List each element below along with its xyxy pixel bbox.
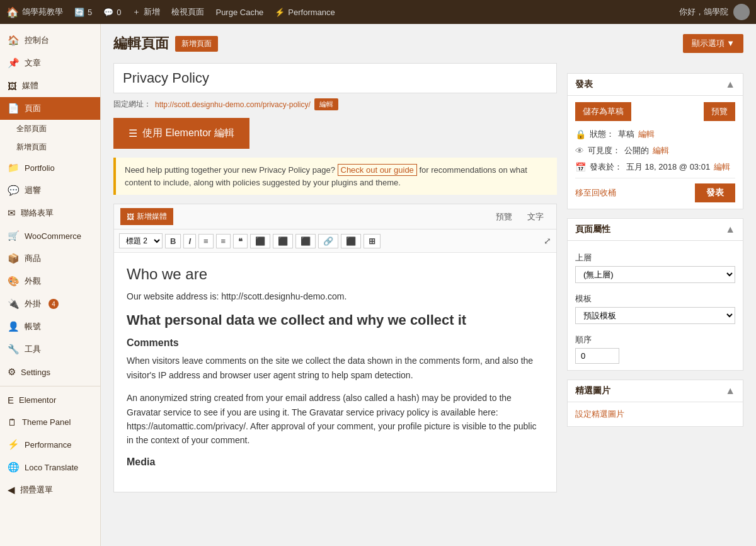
sidebar-item-label: 媒體 bbox=[22, 80, 38, 91]
preview-tab[interactable]: 預覽 bbox=[490, 209, 518, 225]
greeting-text: 你好，鴿學院 bbox=[679, 6, 728, 18]
align-left-button[interactable]: ⬛ bbox=[250, 234, 270, 248]
sidebar-item-plugins[interactable]: 🔌 外掛 4 bbox=[0, 293, 100, 315]
sidebar-item-contact[interactable]: ✉ 聯絡表單 bbox=[0, 202, 100, 224]
site-name: 鴿學苑教學 bbox=[22, 6, 63, 18]
elementor-edit-button[interactable]: ☰ 使用 Elementor 編輯 bbox=[113, 118, 249, 149]
align-center-button[interactable]: ⬛ bbox=[273, 234, 293, 248]
sidebar-item-dashboard[interactable]: 🏠 控制台 bbox=[0, 29, 100, 52]
blockquote-button[interactable]: ❝ bbox=[233, 234, 248, 248]
align-right-button[interactable]: ⬛ bbox=[295, 234, 316, 248]
sidebar-item-tools[interactable]: 🔧 工具 bbox=[0, 338, 100, 361]
status-edit-link[interactable]: 編輯 bbox=[638, 129, 655, 140]
comments-link[interactable]: 💬 0 bbox=[103, 8, 121, 17]
sidebar-item-all-pages[interactable]: 全部頁面 bbox=[9, 120, 100, 138]
sidebar-item-products[interactable]: 📦 商品 bbox=[0, 247, 100, 270]
expand-editor-button[interactable]: ⤢ bbox=[544, 236, 551, 246]
preview-button[interactable]: 預覽 bbox=[704, 102, 735, 121]
sidebar-item-label: 工具 bbox=[25, 344, 41, 355]
unordered-list-button[interactable]: ≡ bbox=[198, 234, 214, 248]
info-text-before: Need help putting together your new Priv… bbox=[125, 165, 335, 175]
sidebar-item-posts[interactable]: 📌 文章 bbox=[0, 52, 100, 74]
site-name-link[interactable]: 🏠 鴿學苑教學 bbox=[6, 6, 63, 18]
sidebar-item-elementor[interactable]: E Elementor bbox=[0, 389, 100, 411]
sidebar-item-label: Portfolio bbox=[25, 163, 55, 173]
sidebar-item-collapse[interactable]: ◀ 摺疊選單 bbox=[0, 479, 100, 501]
new-item-link[interactable]: ＋ 新增 bbox=[132, 6, 160, 18]
add-new-page-button[interactable]: 新增頁面 bbox=[175, 36, 218, 52]
format-select[interactable]: 標題 2 bbox=[119, 233, 163, 248]
date-label: 發表於： bbox=[590, 161, 622, 173]
add-media-icon: 🖼 bbox=[127, 212, 134, 221]
guide-link[interactable]: Check out our guide bbox=[338, 164, 417, 176]
sidebar-item-appearance[interactable]: 🎨 外觀 bbox=[0, 270, 100, 293]
editor-paragraph-3: An anonymized string created from your e… bbox=[127, 391, 544, 448]
pages-icon: 📄 bbox=[8, 103, 20, 114]
updates-link[interactable]: 🔄 5 bbox=[74, 8, 92, 17]
media-icon: 🖼 bbox=[8, 81, 17, 91]
date-icon: 📅 bbox=[575, 162, 586, 172]
view-page-link[interactable]: 檢視頁面 bbox=[171, 6, 204, 18]
sidebar-item-comments[interactable]: 💬 迴響 bbox=[0, 179, 100, 202]
elementor-edit-label: 使用 Elementor 編輯 bbox=[142, 127, 234, 140]
date-edit-link[interactable]: 編輯 bbox=[714, 161, 730, 173]
elementor-icon: E bbox=[8, 395, 14, 405]
italic-button[interactable]: I bbox=[183, 234, 196, 248]
sidebar-item-woocommerce[interactable]: 🛒 WooCommerce bbox=[0, 224, 100, 247]
purge-cache-link[interactable]: Purge Cache bbox=[215, 8, 263, 17]
editor-content[interactable]: Who we are Our website address is: http:… bbox=[114, 253, 556, 492]
permalink-edit-button[interactable]: 編輯 bbox=[314, 98, 338, 110]
elementor-edit-icon: ☰ bbox=[129, 127, 137, 139]
sidebar-item-pages[interactable]: 📄 頁面 bbox=[0, 97, 100, 120]
bold-button[interactable]: B bbox=[165, 234, 181, 248]
sidebar-item-performance[interactable]: ⚡ Performance bbox=[0, 433, 100, 456]
add-media-button[interactable]: 🖼 新增媒體 bbox=[120, 208, 173, 225]
visibility-icon: 👁 bbox=[575, 146, 584, 156]
set-featured-image-link[interactable]: 設定精選圖片 bbox=[575, 409, 624, 419]
page-attr-content: 上層 (無上層) 模板 預設模板 順序 bbox=[568, 241, 743, 370]
move-to-trash-button[interactable]: 移至回收桶 bbox=[575, 187, 616, 199]
updates-count: 5 bbox=[88, 8, 92, 17]
featured-img-collapse-icon[interactable]: ▲ bbox=[725, 385, 735, 397]
sidebar-item-theme-panel[interactable]: 🗒 Theme Panel bbox=[0, 411, 100, 433]
performance-link[interactable]: ⚡ Performance bbox=[275, 8, 335, 17]
sidebar-item-portfolio[interactable]: 📁 Portfolio bbox=[0, 156, 100, 179]
woo-icon: 🛒 bbox=[8, 230, 20, 241]
template-select[interactable]: 預設模板 bbox=[575, 307, 735, 324]
view-page-label: 檢視頁面 bbox=[171, 6, 204, 18]
page-attr-collapse-icon[interactable]: ▲ bbox=[725, 224, 735, 235]
text-tab[interactable]: 文字 bbox=[521, 209, 550, 225]
editor-paragraph-1: Our website address is: http://scott.des… bbox=[127, 289, 544, 303]
display-options-button[interactable]: 顯示選項 ▼ bbox=[683, 34, 743, 53]
more-button[interactable]: ⬛ bbox=[341, 234, 361, 248]
sidebar-item-users[interactable]: 👤 帳號 bbox=[0, 315, 100, 338]
permalink-url[interactable]: http://scott.designhu-demo.com/privacy-p… bbox=[155, 100, 311, 109]
visibility-edit-link[interactable]: 編輯 bbox=[653, 145, 669, 156]
sidebar-item-media[interactable]: 🖼 媒體 bbox=[0, 74, 100, 97]
ordered-list-button[interactable]: ≡ bbox=[216, 234, 231, 248]
link-button[interactable]: 🔗 bbox=[318, 234, 338, 248]
sidebar-item-new-page[interactable]: 新增頁面 bbox=[9, 138, 100, 156]
publish-button[interactable]: 發表 bbox=[695, 183, 735, 202]
editor-heading-4: Media bbox=[127, 456, 544, 468]
sidebar-item-label: WooCommerce bbox=[25, 231, 81, 241]
page-attr-box-header: 頁面屬性 ▲ bbox=[568, 219, 743, 241]
publish-collapse-icon[interactable]: ▲ bbox=[725, 79, 735, 90]
save-draft-button[interactable]: 儲存為草稿 bbox=[575, 102, 631, 121]
post-title-input[interactable] bbox=[113, 63, 557, 93]
sidebar-item-settings[interactable]: ⚙ Settings bbox=[0, 361, 100, 383]
sidebar-item-label: 迴響 bbox=[25, 185, 41, 196]
parent-label: 上層 bbox=[575, 252, 735, 264]
status-icon: 🔒 bbox=[575, 129, 586, 139]
status-label: 狀態： bbox=[590, 129, 614, 140]
order-input[interactable] bbox=[575, 348, 619, 364]
sidebar-item-label: 文章 bbox=[25, 57, 41, 69]
parent-select[interactable]: (無上層) bbox=[575, 266, 735, 283]
table-button[interactable]: ⊞ bbox=[364, 234, 381, 248]
plugins-badge: 4 bbox=[49, 299, 59, 309]
sidebar-item-loco-translate[interactable]: 🌐 Loco Translate bbox=[0, 456, 100, 479]
editor-top-bar: 🖼 新增媒體 預覽 文字 bbox=[114, 204, 556, 229]
sidebar-item-label: Loco Translate bbox=[25, 463, 78, 472]
page-attributes-meta-box: 頁面屬性 ▲ 上層 (無上層) 模板 預設模板 順序 bbox=[567, 218, 743, 371]
publish-box-content: 儲存為草稿 預覽 🔒 狀態： 草稿 編輯 👁 可見度： 公開的 bbox=[568, 96, 743, 209]
